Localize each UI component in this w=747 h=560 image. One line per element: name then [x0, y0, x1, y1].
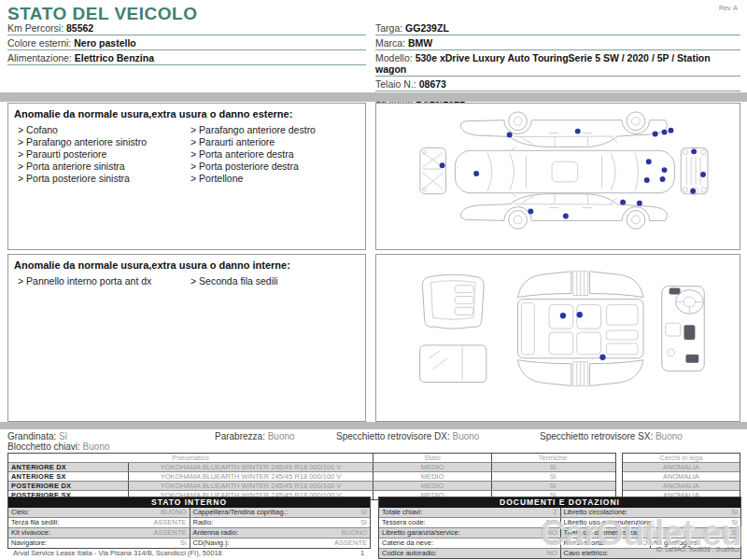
damage-marker — [644, 177, 650, 183]
damage-marker — [507, 133, 513, 138]
table-row: Libretto garanzia/service:NO Triangolo d… — [379, 527, 740, 538]
damage-marker — [653, 132, 658, 137]
damage-marker — [660, 176, 666, 182]
damage-marker — [440, 162, 445, 168]
damage-marker — [473, 171, 479, 176]
table-row: Terza fila sedili:ASSENTE Radio:Si — [8, 517, 370, 527]
damage-marker — [662, 167, 668, 173]
field-km: Km Percorsi: 85562 — [7, 21, 366, 35]
table-row: Cielo:BUONO Cappelliera/Tendina copribag… — [8, 508, 370, 517]
damage-marker — [637, 201, 642, 206]
interior-anomalies-panel: Anomalie da normale usura,extra usura o … — [7, 254, 366, 422]
anomaly-item: > Parafango anteriore destro — [187, 124, 359, 136]
damage-marker — [599, 355, 605, 360]
damage-marker — [668, 128, 673, 133]
anomaly-item: > Paraurti posteriore — [14, 148, 187, 161]
field-alimentazione: Alimentazione: Elettrico Benzina — [7, 51, 366, 65]
specchietto-dx-field: Specchietto retrovisore DX: Buono — [336, 431, 479, 441]
anomaly-item: > Paraurti anteriore — [187, 136, 359, 148]
anomaly-item: > Pannello interno porta ant dx — [14, 275, 187, 287]
anomaly-item: > Porta anteriore sinistra — [14, 161, 187, 173]
tyre-row: ANTERIORE SX YOKOHAMA BLUEARTH WINTER 24… — [8, 471, 615, 481]
cerchi-in-lega-table: Cerchi in lega ANOMALIA ANOMALIA ANOMALI… — [622, 453, 740, 500]
damage-marker — [528, 209, 533, 215]
vehicle-report-page: STATO DEL VEICOLO Rev. A Km Percorsi: 85… — [0, 0, 747, 560]
anomaly-item: > Seconda fila sedili — [187, 275, 359, 287]
revision-label: Rev. A — [719, 5, 738, 11]
damage-marker — [690, 189, 696, 194]
damage-marker — [577, 312, 583, 317]
footer-page-number: 1 — [360, 549, 364, 557]
damage-marker — [560, 313, 566, 318]
interior-diagram-panel — [375, 254, 740, 422]
anomaly-item: > Porta posteriore sinistra — [14, 173, 187, 185]
field-modello: Modello: 530e xDrive Luxury Auto Touring… — [375, 51, 740, 77]
tyre-row: POSTERIORE DX YOKOHAMA BLUEARTH WINTER 2… — [8, 481, 615, 490]
damage-marker — [700, 172, 706, 177]
damage-marker — [662, 130, 668, 135]
exterior-diagram-panel — [375, 103, 740, 250]
table-row: Tessera code:NO Libretto uso e manutenzi… — [379, 517, 740, 527]
table-row: Kit vivavoce:ASSENTE Antenna radio:BUONO — [8, 527, 370, 538]
field-targa: Targa: GG239ZL — [375, 21, 740, 35]
stato-interno-title: STATO INTERNO — [8, 497, 370, 508]
anomaly-item: > Cofano — [14, 124, 187, 136]
table-row: Totale chiavi:2 Libretto circolazione:Si — [379, 508, 740, 517]
damage-marker — [691, 148, 697, 154]
anomaly-item: > Parafango anteriore sinistro — [14, 136, 187, 148]
exterior-anomalies-heading: Anomalie da normale usura,extra usura o … — [14, 108, 359, 119]
exterior-damage-diagram — [376, 104, 740, 249]
cerchi-row: ANOMALIA — [623, 481, 740, 490]
footer-doc-id: ID: caf9AO. 9bd8G8 , Gca99cz — [655, 546, 740, 553]
stato-interno-table: STATO INTERNO Cielo:BUONO Cappelliera/Te… — [7, 497, 371, 549]
damage-marker — [646, 159, 652, 164]
parabrezza-field: Parabrezza: Buono — [215, 431, 295, 441]
tyre-row: ANTERIORE DX YOKOHAMA BLUEARTH WINTER 24… — [8, 462, 615, 471]
field-colore: Colore esterni: Nero pastello — [7, 36, 366, 50]
interior-damage-markers — [560, 312, 606, 360]
condition-summary: Grandinata: Si Parabrezza: Buono Specchi… — [7, 431, 741, 452]
anomaly-item: > Porta posteriore destra — [187, 161, 359, 173]
cerchi-header: Cerchi in lega — [623, 454, 740, 462]
damage-marker — [620, 200, 626, 205]
interior-anomalies-heading: Anomalie da normale usura,extra usura o … — [14, 259, 359, 271]
damage-marker — [575, 129, 581, 134]
interior-damage-diagram — [376, 255, 740, 421]
cerchi-row: ANOMALIA — [623, 471, 740, 481]
table-row: Navigatore:Si CD(Navig.):ASSENTE — [8, 538, 370, 548]
documenti-title: DOCUMENTI E DOTAZIONI — [379, 497, 740, 508]
blocchetto-chiavi-field: Blocchetto chiavi: Buono — [7, 441, 110, 452]
tyre-table-header: Pneumatico Stato Termiche — [8, 454, 615, 462]
grandinata-field: Grandinata: Si — [7, 431, 67, 441]
exterior-anomalies-panel: Anomalie da normale usura,extra usura o … — [7, 103, 366, 250]
field-telaio: Telaio N.: 08673 — [375, 77, 740, 91]
specchietto-sx-field: Specchietto retrovisore SX: Buono — [540, 431, 683, 441]
tyre-table: Pneumatico Stato Termiche ANTERIORE DX Y… — [7, 453, 616, 500]
damage-marker — [563, 213, 569, 218]
cerchi-row: ANOMALIA — [623, 462, 740, 471]
anomaly-item: > Portellone — [187, 173, 359, 185]
footer-company: Arval Service Lease Italia - Via Pisana … — [13, 549, 222, 557]
anomaly-item: > Porta anteriore destra — [187, 148, 359, 161]
vehicle-fields-left: Km Percorsi: 85562 Colore esterni: Nero … — [7, 21, 366, 66]
divider-bar-bottom — [0, 422, 747, 429]
divider-bar-top — [0, 92, 747, 102]
field-marca: Marca: BMW — [375, 36, 740, 50]
